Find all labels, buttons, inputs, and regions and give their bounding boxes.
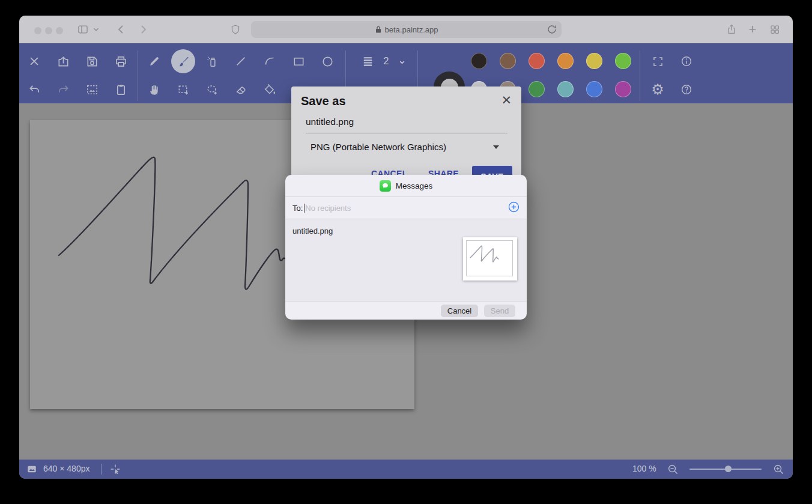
airbrush-tool[interactable] — [199, 48, 225, 74]
close-icon[interactable]: ✕ — [501, 94, 512, 106]
address-bar[interactable]: beta.paintz.app — [251, 21, 562, 38]
minimize-window-button[interactable] — [45, 27, 52, 34]
sheet-footer: Cancel Send — [285, 301, 527, 320]
cursor-position-icon — [109, 463, 121, 477]
reload-icon[interactable] — [547, 25, 557, 36]
color-swatch[interactable] — [500, 53, 516, 69]
format-chevron-down-icon[interactable] — [493, 145, 499, 149]
color-swatch[interactable] — [615, 81, 631, 97]
add-recipient-button[interactable] — [508, 201, 520, 215]
rectangular-selection-tool[interactable] — [170, 76, 196, 103]
info-button[interactable] — [673, 48, 700, 74]
clear-canvas-button[interactable] — [21, 48, 47, 74]
save-button[interactable] — [79, 48, 105, 74]
paste-button[interactable] — [108, 76, 134, 103]
canvas-dimensions: 640 × 480px — [43, 464, 89, 473]
palette-row-1 — [471, 53, 631, 69]
thumbnail-image — [466, 240, 513, 276]
ellipse-tool[interactable] — [314, 48, 341, 74]
toolbar-divider — [138, 50, 138, 101]
pan-tool[interactable] — [141, 76, 168, 103]
statusbar-divider — [101, 464, 102, 475]
new-tab-plus-icon[interactable]: + — [749, 22, 757, 37]
open-file-button[interactable] — [50, 48, 76, 74]
color-swatch[interactable] — [615, 53, 631, 69]
brush-tool-selected[interactable] — [171, 49, 195, 73]
recipients-input[interactable]: No recipients — [305, 204, 351, 213]
zoom-window-button[interactable] — [56, 27, 63, 34]
color-swatch[interactable] — [586, 53, 602, 69]
browser-titlebar: beta.paintz.app + — [19, 16, 793, 43]
color-swatch[interactable] — [529, 81, 545, 97]
help-button[interactable] — [673, 76, 700, 103]
image-dimensions-icon — [26, 464, 37, 476]
print-button[interactable] — [108, 48, 134, 74]
tab-overview-icon[interactable] — [769, 24, 780, 35]
sheet-cancel-button[interactable]: Cancel — [441, 305, 478, 317]
zoom-out-icon[interactable] — [667, 463, 679, 478]
toolbar-divider — [640, 50, 640, 101]
zoom-level: 100 % — [632, 464, 656, 473]
dialog-title: Save as — [301, 94, 346, 108]
sheet-header: Messages — [285, 175, 527, 196]
sidebar-toggle-icon[interactable] — [77, 23, 89, 35]
to-label: To: — [292, 204, 303, 213]
freeform-selection-tool[interactable] — [199, 76, 225, 103]
eraser-tool[interactable] — [228, 76, 254, 103]
settings-gear-icon[interactable]: ⚙ — [644, 76, 671, 103]
format-dropdown[interactable]: PNG (Portable Network Graphics) — [311, 142, 446, 152]
line-tool[interactable] — [228, 48, 254, 74]
messages-share-sheet: Messages To: No recipients untitled.png … — [285, 175, 527, 320]
browser-window: beta.paintz.app + — [19, 16, 793, 479]
attachment-thumbnail[interactable] — [463, 237, 517, 281]
filename-underline — [306, 133, 507, 133]
privacy-shield-icon[interactable] — [230, 24, 241, 35]
fill-bucket-tool[interactable] — [256, 76, 283, 103]
recipients-row: To: No recipients — [285, 196, 527, 219]
url-text: beta.paintz.app — [385, 25, 438, 34]
messages-app-icon — [380, 180, 391, 192]
attachment-filename: untitled.png — [292, 226, 333, 235]
pencil-tool[interactable] — [141, 48, 168, 74]
curve-tool[interactable] — [256, 48, 283, 74]
line-width-chevron-down-icon[interactable] — [389, 49, 415, 75]
color-swatch[interactable] — [586, 81, 602, 97]
sheet-app-name: Messages — [396, 181, 433, 190]
sidebar-chevron-down-icon[interactable] — [93, 26, 100, 33]
close-window-button[interactable] — [34, 27, 41, 34]
color-swatch[interactable] — [471, 53, 487, 69]
text-cursor — [304, 204, 304, 213]
fullscreen-button[interactable] — [644, 48, 671, 74]
zoom-in-icon[interactable] — [772, 463, 785, 478]
forward-button[interactable] — [137, 23, 149, 35]
paintz-statusbar: 640 × 480px 100 % — [19, 460, 793, 479]
gear-glyph: ⚙ — [651, 81, 664, 98]
color-swatch[interactable] — [557, 81, 574, 97]
filename-input[interactable] — [306, 117, 507, 127]
lock-icon — [375, 25, 382, 34]
resize-canvas-button[interactable] — [79, 76, 105, 103]
undo-button[interactable] — [21, 76, 47, 103]
sheet-content: untitled.png — [285, 219, 527, 301]
redo-button-disabled — [50, 76, 76, 103]
plus-glyph: + — [749, 22, 757, 37]
zoom-slider-thumb[interactable] — [725, 466, 732, 472]
color-swatch[interactable] — [529, 53, 545, 69]
brush-icon — [177, 55, 190, 68]
sheet-send-button-disabled: Send — [484, 305, 515, 317]
color-swatch[interactable] — [557, 53, 574, 69]
rectangle-tool[interactable] — [285, 48, 312, 74]
share-icon[interactable] — [726, 23, 738, 36]
back-button[interactable] — [115, 23, 127, 35]
